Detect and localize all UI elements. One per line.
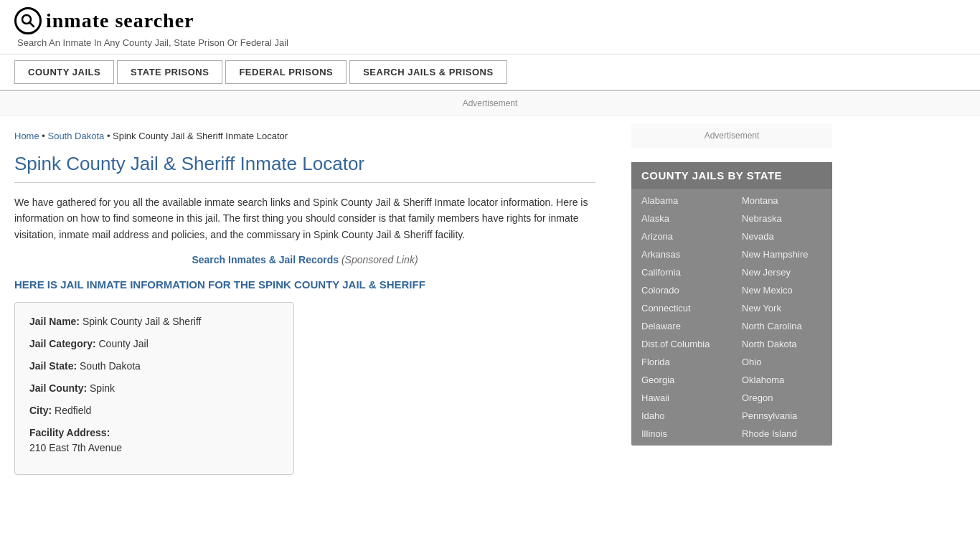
logo-text: inmate searcher: [46, 9, 194, 32]
state-item-nevada[interactable]: Nevada: [732, 227, 832, 245]
state-item-oregon[interactable]: Oregon: [732, 389, 832, 407]
jail-name-label: Jail Name:: [29, 316, 80, 327]
state-item-hawaii[interactable]: Hawaii: [631, 389, 732, 407]
jail-category-row: Jail Category: County Jail: [29, 336, 279, 352]
nav-county-jails[interactable]: COUNTY JAILS: [14, 60, 114, 84]
site-tagline: Search An Inmate In Any County Jail, Sta…: [17, 37, 966, 48]
state-item-illinois[interactable]: Illinois: [631, 425, 732, 443]
jail-state-label: Jail State:: [29, 360, 77, 372]
state-item-ohio[interactable]: Ohio: [732, 353, 832, 371]
svg-line-1: [30, 23, 34, 27]
main-content: Home • South Dakota • Spink County Jail …: [0, 116, 617, 496]
state-item-alaska[interactable]: Alaska: [631, 209, 732, 227]
jail-state-row: Jail State: South Dakota: [29, 359, 279, 374]
state-item-georgia[interactable]: Georgia: [631, 371, 732, 389]
state-col1: Alabama Alaska Arizona Arkansas Californ…: [631, 192, 732, 443]
logo-icon: [14, 7, 42, 34]
info-heading: HERE IS JAIL INMATE INFORMATION FOR THE …: [14, 278, 595, 291]
state-list: Alabama Alaska Arizona Arkansas Californ…: [631, 189, 832, 446]
sponsored-link-area: Search Inmates & Jail Records (Sponsored…: [14, 254, 595, 265]
jail-city-row: City: Redfield: [29, 403, 279, 418]
jail-county-value: Spink: [90, 382, 115, 394]
state-item-north-dakota[interactable]: North Dakota: [732, 335, 832, 353]
state-box-title: COUNTY JAILS BY STATE: [631, 162, 832, 189]
jail-state-value: South Dakota: [80, 360, 141, 372]
state-item-nebraska[interactable]: Nebraska: [732, 209, 832, 227]
jail-name-value-text: Spink County Jail & Sheriff: [83, 316, 202, 327]
jail-county-label: Jail County:: [29, 382, 87, 394]
state-col2: Montana Nebraska Nevada New Hampshire Ne…: [732, 192, 832, 443]
jail-category-value: County Jail: [98, 338, 148, 349]
sidebar: Advertisement COUNTY JAILS BY STATE Alab…: [617, 116, 847, 496]
jail-city-value: Redfield: [55, 405, 91, 416]
jail-address-row: Facility Address: 210 East 7th Avenue: [29, 425, 279, 456]
state-item-colorado[interactable]: Colorado: [631, 281, 732, 299]
state-item-rhode-island[interactable]: Rhode Island: [732, 425, 832, 443]
jail-category-label: Jail Category:: [29, 338, 96, 349]
jail-info-box: Jail Name: Spink County Jail & Sheriff J…: [14, 302, 294, 475]
state-item-florida[interactable]: Florida: [631, 353, 732, 371]
county-jails-by-state-box: COUNTY JAILS BY STATE Alabama Alaska Ari…: [631, 162, 832, 446]
jail-name-row: Jail Name: Spink County Jail & Sheriff: [29, 314, 279, 329]
state-item-arkansas[interactable]: Arkansas: [631, 245, 732, 263]
state-item-arizona[interactable]: Arizona: [631, 227, 732, 245]
nav-federal-prisons[interactable]: FEDERAL PRISONS: [225, 60, 347, 84]
page-description: We have gathered for you all the availab…: [14, 194, 595, 242]
state-item-montana[interactable]: Montana: [732, 192, 832, 209]
state-item-new-mexico[interactable]: New Mexico: [732, 281, 832, 299]
state-item-delaware[interactable]: Delaware: [631, 317, 732, 335]
page-title: Spink County Jail & Sheriff Inmate Locat…: [14, 153, 595, 183]
state-item-oklahoma[interactable]: Oklahoma: [732, 371, 832, 389]
main-nav: COUNTY JAILS STATE PRISONS FEDERAL PRISO…: [0, 55, 980, 91]
nav-search-jails[interactable]: SEARCH JAILS & PRISONS: [349, 60, 507, 84]
state-item-alabama[interactable]: Alabama: [631, 192, 732, 209]
jail-address-value: 210 East 7th Avenue: [29, 441, 279, 456]
nav-state-prisons[interactable]: STATE PRISONS: [117, 60, 222, 84]
site-header: inmate searcher Search An Inmate In Any …: [0, 0, 980, 55]
jail-county-row: Jail County: Spink: [29, 381, 279, 396]
breadcrumb-state[interactable]: South Dakota: [47, 131, 104, 141]
state-item-new-york[interactable]: New York: [732, 299, 832, 317]
state-item-new-jersey[interactable]: New Jersey: [732, 263, 832, 281]
state-item-new-hampshire[interactable]: New Hampshire: [732, 245, 832, 263]
sponsored-link[interactable]: Search Inmates & Jail Records: [192, 254, 339, 265]
breadcrumb-home[interactable]: Home: [14, 131, 39, 141]
state-item-connecticut[interactable]: Connecticut: [631, 299, 732, 317]
state-item-north-carolina[interactable]: North Carolina: [732, 317, 832, 335]
breadcrumb-sep2: •: [107, 131, 113, 141]
breadcrumb-current: Spink County Jail & Sheriff Inmate Locat…: [113, 131, 288, 141]
breadcrumb: Home • South Dakota • Spink County Jail …: [14, 131, 595, 141]
nav-buttons: COUNTY JAILS STATE PRISONS FEDERAL PRISO…: [14, 60, 966, 84]
main-layout: Home • South Dakota • Spink County Jail …: [0, 116, 980, 496]
sponsored-label: (Sponsored Link): [341, 254, 418, 265]
logo-area: inmate searcher: [14, 7, 966, 34]
jail-address-label: Facility Address:: [29, 427, 110, 438]
sidebar-ad: Advertisement: [631, 123, 832, 148]
state-item-california[interactable]: California: [631, 263, 732, 281]
ad-banner: Advertisement: [0, 91, 980, 116]
state-item-pennsylvania[interactable]: Pennsylvania: [732, 407, 832, 425]
state-item-dist-columbia[interactable]: Dist.of Columbia: [631, 335, 732, 353]
jail-city-label: City:: [29, 405, 52, 416]
state-item-idaho[interactable]: Idaho: [631, 407, 732, 425]
